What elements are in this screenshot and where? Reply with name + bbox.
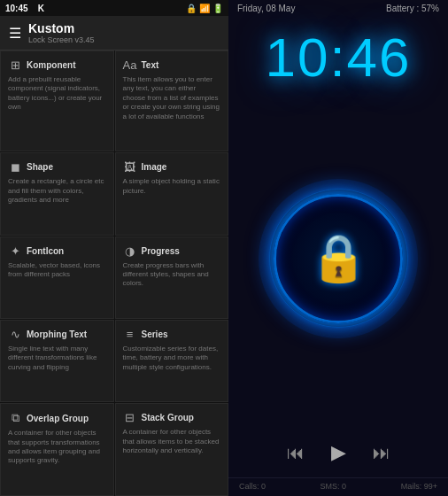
item-header-text: Aa Text [123,58,221,72]
glow-ring: 🔒 [272,192,405,325]
item-icon-image: 🖼 [123,160,137,174]
media-controls: ⏮ ▶ ⏭ [228,428,448,477]
grid-item-series[interactable]: ≡ Series Customizable series for dates, … [115,320,229,402]
app-title-group: Kustom Lock Screen v3.45 [28,21,95,44]
time-label: 10:45 [5,4,28,13]
item-title-image: Image [142,162,167,172]
item-header-morphing-text: ∿ Morphing Text [8,328,106,341]
item-desc-komponent: Add a prebuilt reusable component (signa… [8,75,106,112]
lock-icon: 🔒 [310,231,367,285]
item-title-text: Text [142,60,159,70]
app-subtitle: Lock Screen v3.45 [28,35,95,44]
status-icons: 🔒 📶 🔋 [186,4,223,13]
grid-item-image[interactable]: 🖼 Image A simple object holding a static… [115,152,229,235]
item-desc-stack-group: A container for other objects that allow… [123,428,221,455]
fast-forward-button[interactable]: ⏭ [373,443,390,463]
item-title-progress: Progress [142,246,180,256]
item-header-fonticon: ✦ FontIcon [8,244,106,258]
item-icon-progress: ◑ [123,244,137,258]
status-time: 10:45 K [5,4,44,13]
top-bar: ☰ Kustom Lock Screen v3.45 [0,16,228,50]
item-header-komponent: ⊞ Komponent [8,58,106,72]
lock-clock-area: 10:46 [228,17,448,89]
calls-label: Calls: 0 [239,482,266,491]
item-desc-fonticon: Scalable, vector based, icons from diffe… [8,261,106,280]
item-header-shape: ◼ Shape [8,160,106,174]
item-desc-overlap-group: A container for other objects that suppo… [8,429,106,466]
app-title: Kustom [28,21,95,35]
item-icon-fonticon: ✦ [8,244,22,258]
lock-battery: Battery : 57% [386,4,439,13]
hamburger-icon[interactable]: ☰ [9,25,21,42]
rewind-button[interactable]: ⏮ [287,443,305,463]
item-title-series: Series [142,329,168,339]
grid-item-shape[interactable]: ◼ Shape Create a rectangle, a circle etc… [0,152,114,235]
lock-status-bar: Friday, 08 May Battery : 57% [228,0,448,17]
item-icon-komponent: ⊞ [8,58,22,72]
item-header-image: 🖼 Image [123,160,221,174]
item-title-overlap-group: Overlap Group [27,414,89,423]
item-icon-series: ≡ [123,328,137,341]
right-panel: Friday, 08 May Battery : 57% 10:46 🔒 ⏮ ▶… [228,0,448,496]
item-header-series: ≡ Series [123,328,221,341]
grid-item-overlap-group[interactable]: ⧉ Overlap Group A container for other ob… [0,403,114,496]
left-panel: 10:45 K 🔒 📶 🔋 ☰ Kustom Lock Screen v3.45… [0,0,228,496]
item-desc-image: A simple object holding a static picture… [123,177,221,196]
item-header-stack-group: ⊟ Stack Group [123,411,221,424]
item-title-fonticon: FontIcon [27,246,64,256]
item-icon-stack-group: ⊟ [123,411,137,424]
item-desc-progress: Create progress bars with different styl… [123,261,221,289]
component-grid: ⊞ Komponent Add a prebuilt reusable comp… [0,50,228,496]
item-desc-morphing-text: Single line text with many different tra… [8,345,106,372]
item-icon-text: Aa [123,58,137,72]
grid-item-komponent[interactable]: ⊞ Komponent Add a prebuilt reusable comp… [0,50,114,151]
grid-item-morphing-text[interactable]: ∿ Morphing Text Single line text with ma… [0,320,114,402]
grid-item-progress[interactable]: ◑ Progress Create progress bars with dif… [115,236,229,319]
status-bar: 10:45 K 🔒 📶 🔋 [0,0,228,16]
lock-visual: 🔒 [228,89,448,428]
item-desc-series: Customizable series for dates, time, bat… [123,345,221,372]
item-title-komponent: Komponent [27,60,76,70]
item-desc-shape: Create a rectangle, a circle etc and fil… [8,177,106,205]
grid-item-stack-group[interactable]: ⊟ Stack Group A container for other obje… [115,403,229,496]
mails-label: Mails: 99+ [401,482,437,491]
grid-item-fonticon[interactable]: ✦ FontIcon Scalable, vector based, icons… [0,236,114,319]
item-title-shape: Shape [27,162,53,172]
lock-bottom-bar: Calls: 0 SMS: 0 Mails: 99+ [228,477,448,496]
item-header-overlap-group: ⧉ Overlap Group [8,411,106,425]
sms-label: SMS: 0 [321,482,347,491]
item-title-stack-group: Stack Group [142,413,194,422]
item-icon-shape: ◼ [8,160,22,174]
lock-clock: 10:46 [265,26,411,89]
grid-item-text[interactable]: Aa Text This item allows you to enter an… [115,50,229,151]
item-icon-morphing-text: ∿ [8,328,22,341]
lock-date: Friday, 08 May [237,4,295,13]
item-desc-text: This item allows you to enter any text, … [123,75,221,121]
item-header-progress: ◑ Progress [123,244,221,258]
play-button[interactable]: ▶ [331,441,346,464]
item-title-morphing-text: Morphing Text [27,329,87,339]
item-icon-overlap-group: ⧉ [8,411,22,425]
app-indicator: K [38,4,44,13]
